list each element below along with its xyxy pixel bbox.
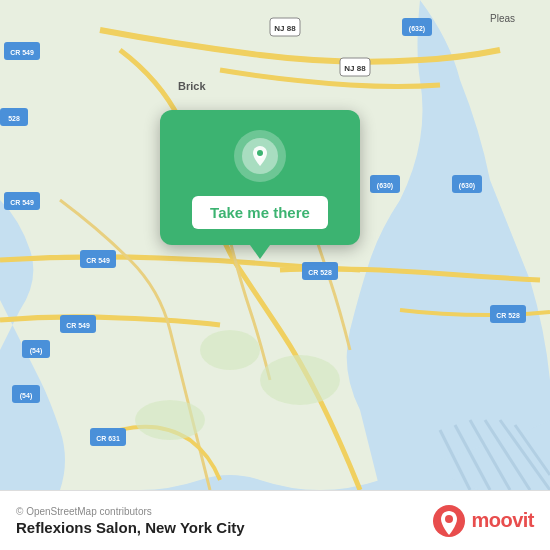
location-icon-inner bbox=[242, 138, 278, 174]
svg-text:(54): (54) bbox=[30, 347, 42, 355]
svg-point-45 bbox=[445, 515, 453, 523]
place-name: Reflexions Salon, New York City bbox=[16, 519, 245, 536]
svg-text:CR 549: CR 549 bbox=[86, 257, 110, 264]
popup-card: Take me there bbox=[160, 110, 360, 245]
take-me-there-button[interactable]: Take me there bbox=[192, 196, 328, 229]
svg-text:(54): (54) bbox=[20, 392, 32, 400]
svg-text:CR 528: CR 528 bbox=[496, 312, 520, 319]
moovit-brand-icon bbox=[433, 505, 465, 537]
attribution-text: © OpenStreetMap contributors bbox=[16, 506, 245, 517]
svg-text:CR 549: CR 549 bbox=[10, 199, 34, 206]
svg-text:CR 631: CR 631 bbox=[96, 435, 120, 442]
svg-text:Pleas: Pleas bbox=[490, 13, 515, 24]
svg-text:(632): (632) bbox=[409, 25, 425, 33]
moovit-brand-text: moovit bbox=[471, 509, 534, 532]
svg-text:NJ 88: NJ 88 bbox=[274, 24, 296, 33]
map-background: NJ 88 NJ 88 CR 549 CR 549 CR 549 (54) (5… bbox=[0, 0, 550, 490]
svg-point-35 bbox=[135, 400, 205, 440]
svg-text:(630): (630) bbox=[377, 182, 393, 190]
svg-text:CR 549: CR 549 bbox=[66, 322, 90, 329]
svg-point-43 bbox=[257, 150, 263, 156]
svg-point-34 bbox=[200, 330, 260, 370]
svg-text:NJ 88: NJ 88 bbox=[344, 64, 366, 73]
svg-text:Brick: Brick bbox=[178, 80, 206, 92]
location-icon-wrap bbox=[234, 130, 286, 182]
bottom-bar: © OpenStreetMap contributors Reflexions … bbox=[0, 490, 550, 550]
svg-point-33 bbox=[260, 355, 340, 405]
location-pin-icon bbox=[248, 144, 272, 168]
map-container: NJ 88 NJ 88 CR 549 CR 549 CR 549 (54) (5… bbox=[0, 0, 550, 490]
svg-text:528: 528 bbox=[8, 115, 20, 122]
moovit-logo[interactable]: moovit bbox=[433, 505, 534, 537]
svg-text:(630): (630) bbox=[459, 182, 475, 190]
svg-text:CR 528: CR 528 bbox=[308, 269, 332, 276]
svg-text:CR 549: CR 549 bbox=[10, 49, 34, 56]
bottom-left: © OpenStreetMap contributors Reflexions … bbox=[16, 506, 245, 536]
